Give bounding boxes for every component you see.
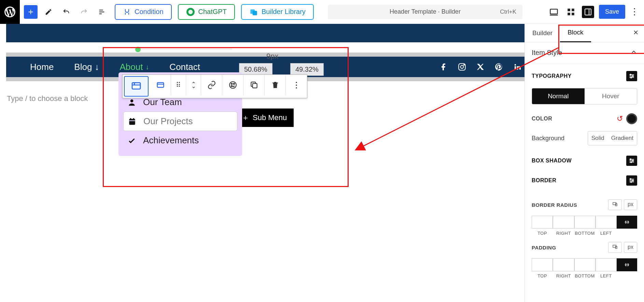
nav-contact[interactable]: Contact (159, 62, 210, 72)
settings-sidebar: Builder Block Item Style TYPOGRAPHY Norm… (524, 24, 644, 302)
svg-point-29 (632, 180, 633, 181)
svg-point-10 (461, 66, 464, 69)
more-options-icon[interactable]: ⋮ (630, 6, 638, 17)
reset-color-icon[interactable]: ↺ (617, 114, 623, 123)
svg-point-12 (130, 99, 134, 102)
background-row: Background Solid Gradient (532, 128, 637, 149)
svg-rect-8 (585, 9, 591, 15)
radius-bottom[interactable] (574, 216, 596, 229)
tab-builder[interactable]: Builder (525, 24, 560, 42)
typography-settings-icon[interactable] (626, 71, 637, 81)
chevron-down-icon: ↓ (145, 63, 149, 71)
delete-icon[interactable] (265, 75, 286, 95)
section-item-style[interactable]: Item Style (525, 42, 644, 63)
svg-point-23 (632, 75, 633, 76)
save-button[interactable]: Save (599, 5, 625, 19)
block-placeholder[interactable]: Type / to choose a block (7, 94, 88, 103)
svg-point-22 (630, 74, 631, 75)
document-title-bar[interactable]: Header Template · Builder Ctrl+K (328, 5, 522, 19)
close-sidebar-icon[interactable] (632, 29, 639, 37)
responsive-icon[interactable] (608, 242, 622, 253)
document-title: Header Template · Builder (390, 8, 461, 15)
redo-icon[interactable] (77, 5, 91, 19)
linkedin-icon[interactable] (513, 62, 522, 71)
builder-library-button[interactable]: Builder Library (241, 4, 314, 20)
column-width-1: 50.68% (239, 63, 272, 76)
undo-icon[interactable] (59, 5, 73, 19)
desktop-view-icon[interactable] (548, 6, 560, 18)
border-settings-icon[interactable] (626, 175, 637, 186)
settings-panel-toggle[interactable] (582, 6, 594, 18)
x-twitter-icon[interactable] (476, 62, 485, 71)
chatgpt-label: ChatGPT (198, 8, 227, 16)
add-submenu-button[interactable]: ＋ Sub Menu (235, 109, 294, 127)
tab-block[interactable]: Block (560, 24, 591, 42)
typography-row: TYPOGRAPHY (532, 66, 637, 86)
nav-about[interactable]: About↓ (109, 62, 159, 72)
svg-point-19 (231, 86, 232, 87)
condition-label: Condition (135, 8, 164, 16)
svg-rect-4 (568, 9, 570, 11)
svg-point-24 (631, 77, 632, 78)
library-label: Builder Library (262, 8, 306, 16)
padding-right[interactable] (553, 258, 574, 271)
dropdown-item-achievements[interactable]: Achievements (123, 131, 237, 150)
list-view-icon[interactable] (95, 5, 109, 19)
structure-icon[interactable] (565, 6, 577, 18)
more-icon[interactable]: ⋮ (286, 75, 307, 95)
border-radius-row: BORDER RADIUS px (532, 190, 637, 214)
style-icon[interactable] (222, 75, 243, 95)
drag-handle-icon[interactable]: ⠿ (171, 75, 186, 95)
responsive-icon[interactable] (608, 199, 622, 210)
svg-point-25 (630, 159, 631, 160)
pinterest-icon[interactable] (494, 62, 503, 71)
padding-bottom[interactable] (574, 258, 596, 271)
range-slider[interactable] (137, 48, 232, 50)
add-block-button[interactable] (24, 5, 38, 19)
padding-row: PADDING px (532, 236, 637, 256)
radius-labels: TOPRIGHTBOTTOMLEFT (532, 231, 637, 236)
color-picker[interactable] (626, 113, 637, 124)
duplicate-icon[interactable] (243, 75, 265, 95)
svg-point-16 (229, 82, 236, 88)
facebook-icon[interactable] (439, 62, 448, 71)
border-row: BORDER (532, 171, 637, 190)
person-icon (127, 98, 137, 107)
svg-point-26 (632, 160, 633, 161)
link-values-icon[interactable] (617, 216, 637, 229)
nav-blog[interactable]: Blog↓ (64, 62, 109, 72)
edit-icon[interactable] (42, 5, 55, 19)
move-arrows[interactable] (186, 75, 201, 95)
link-icon[interactable] (201, 75, 222, 95)
chatgpt-button[interactable]: ChatGPT (178, 4, 235, 20)
link-values-icon[interactable] (617, 258, 637, 271)
boxshadow-settings-icon[interactable] (626, 156, 637, 166)
instagram-icon[interactable] (458, 62, 466, 71)
check-icon (127, 136, 137, 145)
radius-left[interactable] (596, 216, 617, 229)
svg-rect-6 (568, 13, 570, 15)
state-normal[interactable]: Normal (532, 88, 585, 104)
unit-px[interactable]: px (624, 242, 637, 253)
svg-point-30 (631, 182, 632, 183)
block-type-icon[interactable] (124, 76, 149, 97)
canvas-scrollbar[interactable] (524, 24, 525, 302)
svg-rect-5 (572, 9, 574, 11)
dropdown-item-projects[interactable]: Our Projects (123, 112, 237, 131)
condition-button[interactable]: Condition (115, 4, 172, 20)
wordpress-logo[interactable] (0, 0, 20, 24)
bg-solid[interactable]: Solid (588, 131, 608, 145)
svg-point-17 (231, 83, 232, 84)
bg-gradient[interactable]: Gradient (608, 131, 637, 145)
block-toolbar: ⠿ ⋮ (122, 74, 307, 98)
padding-top[interactable] (532, 258, 553, 271)
parent-block-icon[interactable] (150, 75, 171, 95)
radius-top[interactable] (532, 216, 553, 229)
svg-rect-2 (253, 11, 257, 15)
unit-px[interactable]: px (624, 199, 637, 210)
padding-left[interactable] (596, 258, 617, 271)
radius-right[interactable] (553, 216, 574, 229)
state-hover[interactable]: Hover (585, 88, 637, 104)
padding-inputs (532, 258, 637, 271)
nav-home[interactable]: Home (20, 62, 64, 72)
